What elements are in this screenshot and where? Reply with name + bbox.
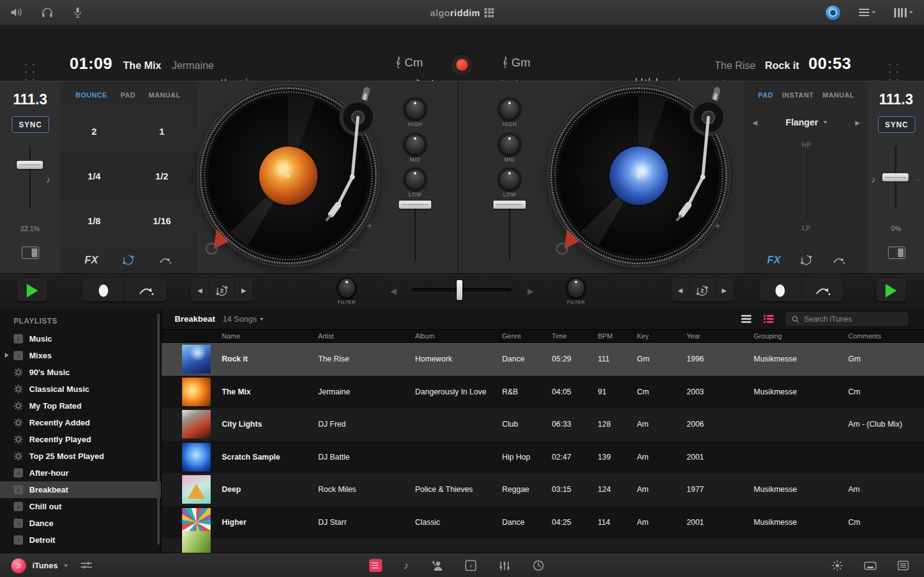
column-header-year[interactable]: Year bbox=[687, 332, 754, 340]
microphone-icon[interactable] bbox=[71, 7, 85, 18]
vertical-layout-menu-button[interactable] bbox=[894, 8, 913, 17]
headphones-icon[interactable] bbox=[40, 7, 54, 18]
deck-right-display-mode-icon[interactable] bbox=[888, 247, 905, 259]
track-row[interactable]: City Lights DJ Fred Club 06:33 128 Am 20… bbox=[162, 408, 924, 441]
crossfader-right-arrow[interactable]: ▶ bbox=[528, 286, 534, 296]
column-header-comments[interactable]: Comments bbox=[848, 332, 924, 340]
track-row[interactable]: Deep Rock Miles Police & Thieves Reggae … bbox=[162, 473, 924, 506]
history-tab-icon[interactable] bbox=[533, 560, 544, 571]
sidebar-item-music[interactable]: Music bbox=[0, 330, 161, 347]
track-row[interactable]: Higher DJ Starr Classic Dance 04:25 114 … bbox=[162, 506, 924, 539]
horizontal-layout-menu-button[interactable] bbox=[859, 9, 876, 17]
display-keyboard-icon[interactable] bbox=[864, 561, 877, 571]
deck-left-pitch-slider-handle[interactable] bbox=[17, 161, 43, 169]
track-row-partial[interactable] bbox=[162, 538, 924, 552]
column-header-grouping[interactable]: Grouping bbox=[754, 332, 848, 340]
key-lock-note-icon[interactable]: ♪ bbox=[46, 175, 50, 184]
eq-low-knob-left[interactable] bbox=[406, 170, 424, 189]
sidebar-item-top-25-most-played[interactable]: Top 25 Most Played bbox=[0, 448, 161, 465]
tab-pad[interactable]: PAD bbox=[121, 91, 135, 99]
automix-sun-icon[interactable] bbox=[831, 560, 843, 571]
filter-knob-left[interactable] bbox=[339, 279, 355, 298]
source-options-icon[interactable] bbox=[80, 561, 93, 570]
fx-selector[interactable]: Flanger bbox=[785, 117, 818, 127]
playlists-tab-icon[interactable] bbox=[369, 559, 382, 572]
tab-bounce[interactable]: BOUNCE bbox=[76, 91, 107, 99]
cue-jump-button-left[interactable] bbox=[124, 279, 167, 301]
play-button-right[interactable] bbox=[876, 279, 906, 301]
eq-low-knob-right[interactable] bbox=[500, 170, 519, 189]
fx-button[interactable]: FX bbox=[767, 254, 781, 266]
volume-fader-handle-left[interactable] bbox=[399, 201, 431, 209]
tab-manual[interactable]: MANUAL bbox=[823, 91, 854, 99]
loop-cell-half[interactable]: 1/2 bbox=[128, 154, 196, 199]
filter-knob-right[interactable] bbox=[568, 279, 584, 298]
sidebar-item-recently-added[interactable]: Recently Added bbox=[0, 414, 161, 431]
eq-mid-knob-right[interactable] bbox=[500, 135, 519, 154]
loop-cell-eighth[interactable]: 1/8 bbox=[60, 199, 128, 243]
loop-cell-sixteenth[interactable]: 1/16 bbox=[128, 199, 196, 243]
column-header-album[interactable]: Album bbox=[415, 332, 502, 340]
search-input[interactable] bbox=[803, 314, 902, 324]
loop-double-button-right[interactable]: ▶ bbox=[715, 279, 733, 301]
column-header-artist[interactable]: Artist bbox=[318, 332, 415, 340]
sidebar-item-mixes[interactable]: Mixes bbox=[0, 347, 161, 364]
volume-fader-track-right[interactable] bbox=[509, 201, 511, 260]
loop-mode-icon[interactable] bbox=[800, 253, 813, 266]
queue-list-icon[interactable] bbox=[897, 560, 909, 571]
loop-double-button-left[interactable]: ▶ bbox=[234, 279, 253, 301]
column-header-key[interactable]: Key bbox=[637, 332, 687, 340]
loop-halve-button-left[interactable]: ◀ bbox=[191, 279, 209, 301]
crossfader-handle[interactable] bbox=[457, 280, 462, 300]
deck-left-pitch-slider-track[interactable] bbox=[29, 146, 32, 208]
detail-view-icon[interactable] bbox=[764, 315, 774, 322]
artists-tab-icon[interactable] bbox=[430, 560, 444, 571]
fx-xy-slider[interactable] bbox=[806, 151, 807, 220]
disclosure-triangle-icon[interactable] bbox=[5, 353, 9, 358]
albums-tab-icon[interactable]: ♪ bbox=[465, 560, 477, 571]
column-header-genre[interactable]: Genre bbox=[502, 332, 552, 340]
genres-tab-icon[interactable] bbox=[498, 560, 511, 571]
volume-fader-handle-right[interactable] bbox=[493, 201, 526, 209]
sidebar-scrollbar[interactable] bbox=[157, 314, 160, 545]
fx-prev-arrow[interactable]: ◀ bbox=[752, 119, 757, 126]
volume-fader-track-left[interactable] bbox=[414, 201, 417, 260]
loop-cell-1[interactable]: 1 bbox=[128, 109, 196, 154]
source-selector[interactable]: iTunes bbox=[11, 553, 68, 577]
songs-tab-icon[interactable]: ♪ bbox=[403, 560, 409, 572]
sidebar-item-after-hour[interactable]: After-hour bbox=[0, 465, 161, 481]
search-field[interactable] bbox=[786, 312, 908, 325]
track-row[interactable]: Rock it The Rise Homework Dance 05:29 11… bbox=[162, 343, 924, 376]
cue-jump-button-right[interactable] bbox=[801, 279, 843, 301]
cue-button-left[interactable] bbox=[83, 279, 124, 301]
list-view-icon[interactable] bbox=[741, 315, 751, 322]
fx-button[interactable]: FX bbox=[85, 254, 98, 266]
column-header-name[interactable]: Name bbox=[222, 332, 318, 340]
loop-cell-quarter[interactable]: 1/4 bbox=[60, 154, 128, 199]
deck-right-pitch-slider-handle[interactable] bbox=[882, 173, 908, 181]
song-count-dropdown[interactable]: 14 Songs bbox=[222, 314, 263, 324]
record-button[interactable] bbox=[451, 53, 473, 76]
loop-halve-button-right[interactable]: ◀ bbox=[671, 279, 689, 301]
track-row[interactable]: The Mix Jermaine Dangerously In Love R&B… bbox=[162, 376, 924, 409]
crossfader-left-arrow[interactable]: ◀ bbox=[390, 286, 396, 296]
track-row[interactable]: Scratch Sample DJ Battle Hip Hop 02:47 1… bbox=[162, 441, 924, 474]
loop-cell-2[interactable]: 2 bbox=[60, 109, 128, 154]
blue-status-button[interactable] bbox=[826, 6, 840, 20]
sidebar-item-my-top-rated[interactable]: My Top Rated bbox=[0, 398, 161, 414]
slip-mode-icon[interactable] bbox=[832, 256, 845, 265]
column-header-time[interactable]: Time bbox=[552, 332, 598, 340]
sidebar-item-dance[interactable]: Dance bbox=[0, 515, 161, 532]
sidebar-item-chill-out[interactable]: Chill out bbox=[0, 498, 161, 515]
sidebar-item-breakbeat[interactable]: Breakbeat bbox=[0, 481, 161, 498]
tab-manual[interactable]: MANUAL bbox=[149, 91, 180, 99]
eq-high-knob-right[interactable] bbox=[500, 100, 519, 119]
slip-mode-icon[interactable] bbox=[158, 256, 172, 265]
tab-instant[interactable]: INSTANT bbox=[782, 91, 813, 99]
sidebar-item-recently-played[interactable]: Recently Played bbox=[0, 431, 161, 448]
key-lock-note-icon[interactable]: ♪ bbox=[871, 175, 876, 184]
fx-next-arrow[interactable]: ▶ bbox=[855, 119, 860, 126]
tab-pad[interactable]: PAD bbox=[758, 91, 773, 99]
deck-left-display-mode-icon[interactable] bbox=[22, 247, 39, 259]
speaker-volume-icon[interactable] bbox=[10, 7, 24, 18]
